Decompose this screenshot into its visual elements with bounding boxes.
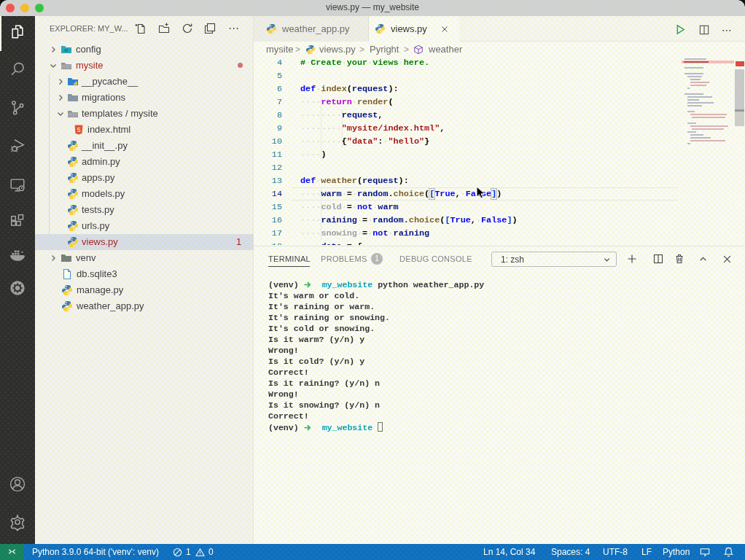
- svg-text:5: 5: [77, 126, 81, 133]
